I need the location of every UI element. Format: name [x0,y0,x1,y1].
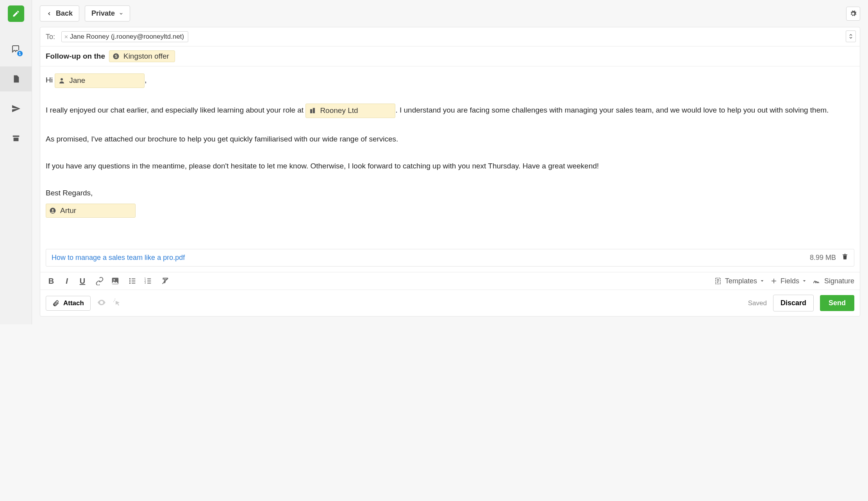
format-toolbar: B I U 123 [40,272,860,290]
building-icon [309,107,316,114]
p2: As promised, I've attached our brochure … [46,134,854,145]
underline-button[interactable]: U [77,276,88,286]
svg-text:3: 3 [145,281,146,284]
recipient-chip[interactable]: ✕ Jane Rooney (j.rooney@rooneyltd.net) [61,31,188,42]
p3: If you have any questions in the meantim… [46,161,854,172]
chevron-left-icon [46,11,52,16]
signature-button[interactable]: Signature [813,277,854,285]
clear-format-button[interactable] [160,276,171,286]
back-label: Back [56,9,73,18]
pencil-icon [12,10,20,18]
p1-part1: I really enjoyed our chat earlier, and e… [46,106,305,114]
document-icon [12,75,20,83]
svg-text:S: S [114,54,117,59]
user-circle-icon [49,207,56,214]
discard-button[interactable]: Discard [773,295,814,311]
svg-point-2 [61,78,63,81]
attach-button[interactable]: Attach [46,296,91,311]
visibility-label: Private [91,9,115,18]
chevron-down-icon [119,11,123,16]
templates-label: Templates [725,277,757,285]
svg-point-9 [129,283,131,284]
greeting-suffix: , [145,76,146,84]
delete-attachment-button[interactable] [841,253,848,262]
svg-point-4 [52,209,54,211]
email-body[interactable]: Hi Jane , I really enjoyed our chat earl… [40,66,860,249]
underline-icon: U [80,277,85,286]
topbar: Back Private [40,5,860,21]
merge-field-organisation[interactable]: Rooney Ltd [305,104,395,118]
sidebar-notes[interactable] [0,66,32,91]
eye-icon [97,298,106,307]
subject-prefix: Follow-up on the [46,52,105,61]
sidebar-archive[interactable] [0,126,32,151]
send-button[interactable]: Send [820,295,854,311]
attachment-link[interactable]: How to manage a sales team like a pro.pd… [52,254,185,262]
person-icon [58,77,65,84]
dollar-circle-icon: S [113,53,120,60]
image-button[interactable] [110,276,121,286]
trash-icon [841,253,848,260]
save-status: Saved [748,299,767,307]
numbered-list-button[interactable]: 123 [143,276,154,286]
merge-field-deal-label: Kingston offer [123,52,169,61]
fields-label: Fields [780,277,799,285]
paper-plane-icon [11,104,21,113]
link-button[interactable] [94,276,105,286]
svg-point-7 [129,278,131,280]
clear-format-icon [161,277,170,285]
composer-footer: Attach Saved Discard Send [40,290,860,316]
numbered-list-icon: 123 [144,277,152,285]
remove-recipient-icon[interactable]: ✕ [64,34,68,40]
italic-icon: I [66,277,68,286]
image-icon [111,277,120,285]
italic-button[interactable]: I [61,276,72,286]
to-label: To: [46,33,57,41]
merge-field-sender[interactable]: Artur [46,204,136,218]
svg-point-6 [113,279,115,281]
signature-label: Signature [824,277,854,285]
expand-recipients-button[interactable] [846,30,856,42]
templates-button[interactable]: Templates [714,277,764,285]
signature-icon [813,277,821,285]
p1-part2: . I understand you are facing some chall… [395,106,829,114]
merge-field-firstname[interactable]: Jane [55,73,145,88]
main-panel: Back Private To: ✕ Jane Rooney (j.rooney… [32,0,868,324]
to-row[interactable]: To: ✕ Jane Rooney (j.rooney@rooneyltd.ne… [40,27,860,47]
merge-sender-label: Artur [60,205,76,217]
signoff: Best Regards, [46,188,854,199]
bullet-list-button[interactable] [127,276,138,286]
paperclip-icon [52,300,59,307]
link-icon [95,277,104,285]
attachment-row: How to manage a sales team like a pro.pd… [46,249,854,267]
svg-point-8 [129,280,131,282]
back-button[interactable]: Back [40,5,79,21]
compose-button[interactable] [8,5,24,22]
sidebar: 1 [0,0,32,324]
inbox-badge: 1 [16,50,23,57]
templates-icon [714,277,722,285]
merge-firstname-label: Jane [69,75,85,86]
fields-button[interactable]: Fields [770,277,806,285]
attach-label: Attach [63,299,84,307]
subject-row[interactable]: Follow-up on the S Kingston offer [40,47,860,66]
bold-button[interactable]: B [46,276,57,286]
attachment-size: 8.99 MB [810,254,836,262]
chevron-down-icon [760,279,764,283]
settings-button[interactable] [846,7,860,21]
greeting-prefix: Hi [46,76,55,84]
visibility-toggle[interactable] [97,298,106,309]
cursor-click-icon [113,298,122,307]
chevron-down-icon [802,279,806,283]
sidebar-sent[interactable] [0,96,32,121]
merge-org-label: Rooney Ltd [320,105,358,116]
cursor-tool[interactable] [113,298,122,309]
merge-field-deal[interactable]: S Kingston offer [109,50,175,62]
recipient-name: Jane Rooney (j.rooney@rooneyltd.net) [70,33,184,41]
visibility-dropdown[interactable]: Private [85,5,130,21]
bullet-list-icon [128,277,137,285]
sidebar-inbox[interactable]: 1 [0,37,32,62]
bold-icon: B [48,277,54,286]
sort-icon [848,33,853,39]
email-composer: To: ✕ Jane Rooney (j.rooney@rooneyltd.ne… [40,27,860,317]
